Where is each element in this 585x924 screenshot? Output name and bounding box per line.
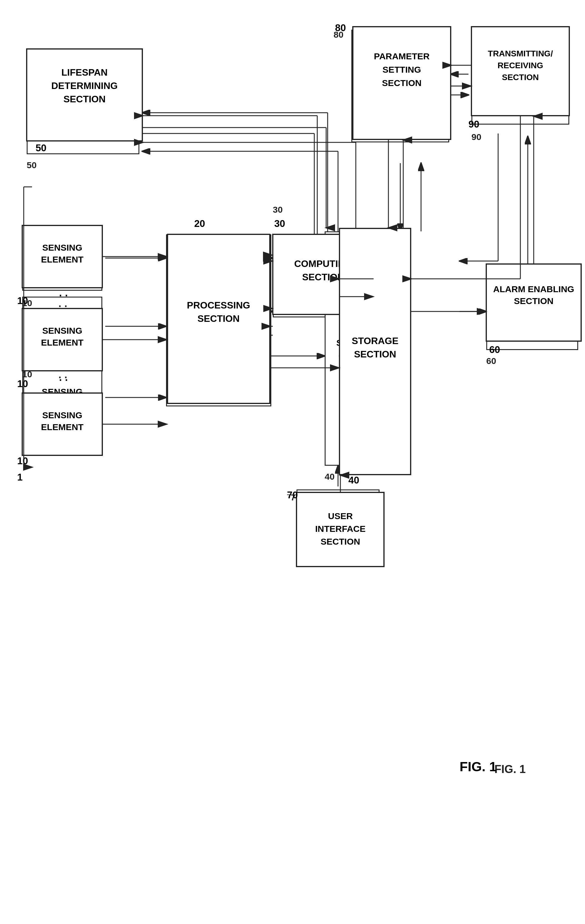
alarm-block: ALARM ENABLING SECTION [486, 267, 578, 350]
ref-10-2: 10 [22, 369, 32, 380]
ref-10-1: 10 [22, 298, 32, 308]
ref-70: 70 [290, 492, 300, 503]
lifespan-block: LIFESPAN DETERMINING SECTION [27, 59, 139, 154]
processing-block: PROCESSING SECTION [166, 234, 271, 406]
transmitting-block: TRANSMITTING/ RECEIVING SECTION [471, 30, 569, 125]
sensing-block-3: SENSING ELEMENT [22, 365, 102, 430]
sensing-block-2: SENSING ELEMENT [22, 297, 102, 362]
figure-label: FIG. 1 [494, 763, 526, 776]
storage-block: STORAGE SECTION [325, 231, 393, 466]
ref-40: 40 [325, 472, 335, 482]
sensing-block-1: SENSING ELEMENT [22, 226, 102, 291]
user-interface-block: USER INTERFACE SECTION [297, 490, 379, 564]
ref-60: 60 [486, 356, 496, 366]
ref-90: 90 [471, 132, 481, 142]
dots-2: · [64, 297, 68, 314]
ref-1: 1 [22, 442, 27, 452]
ref-50: 50 [27, 160, 36, 170]
ref-80: 80 [334, 30, 343, 40]
dots-1: · [58, 297, 62, 314]
ref-30: 30 [273, 205, 283, 215]
dots-4: · [64, 368, 68, 385]
parameter-block: PARAMETER SETTING SECTION [351, 30, 449, 142]
dots-3: · [58, 368, 62, 385]
diagram: LIFESPAN DETERMINING SECTION 50 PARAMETE… [0, 0, 585, 924]
